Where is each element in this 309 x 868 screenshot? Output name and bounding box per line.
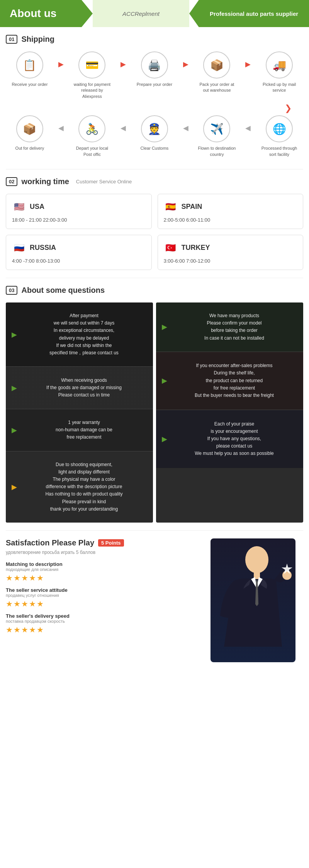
step-pack-icon: 📦: [203, 51, 230, 79]
arrow1: ▶: [58, 60, 64, 68]
q-text-l4: Due to shooting equipment,light and disp…: [21, 461, 147, 513]
spain-label: SPAIN: [182, 203, 202, 211]
q-arrow-l1: ▶: [12, 330, 17, 339]
step-pickup-icon: 🚚: [266, 51, 293, 79]
step-sort-icon: 🌐: [266, 115, 293, 142]
arrow-r4: ◀: [245, 124, 251, 132]
step-sort: 🌐 Processed through sort facility: [260, 115, 299, 157]
q-text-l2: When receiving goodsIf the goods are dam…: [21, 377, 147, 399]
russia-label: RUSSIA: [30, 244, 56, 252]
step-flown: ✈️ Flown to destination country: [197, 115, 236, 157]
step-flown-icon: ✈️: [203, 115, 230, 142]
step-out-label: Out for delivery: [15, 145, 44, 151]
step-prepare-label: Prepare your order: [137, 82, 172, 87]
step-depart-label: Depart your local Post offic: [73, 145, 111, 157]
questions-grid: ▶ After paymentwe will send out within 7…: [6, 302, 303, 523]
country-card-russia: 🇷🇺 RUSSIA 4:00 -7:00 8:00-13:00: [6, 235, 152, 270]
satisfaction-title-text: Satisfaction Please Play: [6, 538, 94, 547]
tagline-text: Professional auto parts supplier: [200, 10, 298, 17]
q-left-1: ▶ After paymentwe will send out within 7…: [6, 302, 153, 367]
russia-name: 🇷🇺 RUSSIA: [12, 241, 146, 255]
step-prepare-icon: 🖨️: [141, 51, 168, 79]
country-card-turkey: 🇹🇷 TURKEY 3:00-6:00 7:00-12:00: [158, 235, 304, 270]
chevron-down: ❯: [6, 103, 303, 113]
country-card-usa: 🇺🇸 USA 18:00 - 21:00 22:00-3:00: [6, 194, 152, 229]
working-time-title-row: 02 working time Customer Service Online: [6, 177, 303, 186]
arrow3: ▶: [183, 60, 188, 68]
questions-section: 03 About some questions ▶ After paymentw…: [0, 278, 309, 530]
q-left-3: ▶ 1 year warrantynon-human damage can be…: [6, 409, 153, 451]
shipping-title-row: 01 Shipping: [6, 35, 303, 44]
turkey-hours: 3:00-6:00 7:00-12:00: [164, 258, 297, 264]
russia-flag: 🇷🇺: [12, 241, 26, 255]
q-text-r1: We have many productsPlease confirm your…: [171, 312, 297, 342]
arrow-r3: ◀: [183, 124, 188, 132]
step-sort-label: Processed through sort facility: [260, 145, 299, 157]
questions-title-row: 03 About some questions: [6, 286, 303, 295]
wt-label: working time: [21, 177, 69, 186]
q-right-1: ▶ We have many productsPlease confirm yo…: [156, 302, 303, 352]
step-pickup-label: Picked up by mail service: [260, 82, 299, 94]
header: About us ACCReplment Professional auto p…: [0, 0, 309, 27]
q-arrow-r3: ▶: [162, 435, 167, 443]
spain-hours: 2:00-5:00 6:00-11:00: [164, 217, 297, 223]
working-time-section: 02 working time Customer Service Online …: [0, 169, 309, 278]
shipping-row1: 📋 Receive your order ▶ 💳 waiting for pay…: [6, 51, 303, 99]
step-prepare: 🖨️ Prepare your order: [135, 51, 174, 87]
rating-service-label: The seller service attitude: [6, 587, 199, 593]
rating-delivery: The seller's delivery speed поставка про…: [6, 613, 199, 634]
q-arrow-r2: ▶: [162, 376, 167, 385]
svg-point-2: [282, 571, 292, 580]
rating-delivery-sublabel: поставка продавцом скорость: [6, 619, 199, 624]
shipping-num: 01: [6, 35, 17, 44]
step-receive: 📋 Receive your order: [10, 51, 49, 87]
q-text-r3: Each of your praiseis your encouragement…: [171, 420, 297, 458]
q-text-l1: After paymentwe will send out within 7 d…: [21, 312, 147, 357]
svg-point-0: [245, 546, 268, 573]
wt-num: 02: [6, 177, 17, 186]
step-payment: 💳 waiting for payment released by Aliexp…: [73, 51, 111, 99]
rating-service: The seller service attitude продавец усл…: [6, 587, 199, 608]
turkey-flag: 🇹🇷: [164, 241, 178, 255]
step-customs-icon: 👮: [141, 115, 168, 142]
rating-delivery-label: The seller's delivery speed: [6, 613, 199, 619]
country-card-spain: 🇪🇸 SPAIN 2:00-5:00 6:00-11:00: [158, 194, 304, 229]
q-right-3: ▶ Each of your praiseis your encourageme…: [156, 410, 303, 468]
q-left-4: ▶ Due to shooting equipment,light and di…: [6, 451, 153, 523]
q-arrow-l2: ▶: [12, 384, 17, 392]
step-payment-icon: 💳: [78, 51, 105, 79]
step-payment-label: waiting for payment released by Aliexpre…: [73, 82, 111, 99]
turkey-name: 🇹🇷 TURKEY: [164, 241, 297, 255]
russia-hours: 4:00 -7:00 8:00-13:00: [12, 258, 146, 264]
rating-delivery-stars: ★★★★★: [6, 625, 199, 634]
spain-name: 🇪🇸 SPAIN: [164, 200, 297, 214]
satisfaction-left: Satisfaction Please Play 5 Points удовле…: [6, 538, 199, 662]
usa-name: 🇺🇸 USA: [12, 200, 146, 214]
step-pack: 📦 Pack your order at out warehouse: [197, 51, 236, 94]
usa-hours: 18:00 - 21:00 22:00-3:00: [12, 217, 146, 223]
step-out-delivery: 📦 Out for delivery: [10, 115, 49, 151]
q-arrow-l4: ▶: [12, 483, 17, 491]
header-brand: ACCReplment: [93, 0, 189, 27]
q-text-l3: 1 year warrantynon-human damage can befr…: [21, 419, 147, 441]
q-label: About some questions: [21, 286, 105, 295]
step-receive-label: Receive your order: [12, 82, 48, 87]
rating-service-stars: ★★★★★: [6, 599, 199, 608]
satisfaction-sub: удовлетворение просьба играть 5 баллов: [6, 550, 199, 555]
q-right-2: ▶ If you encounter after-sales problemsD…: [156, 352, 303, 410]
person-figure: [211, 538, 295, 662]
rating-service-sublabel: продавец услуг отношения: [6, 593, 199, 598]
rating-desc-sublabel: подходящие для описания: [6, 567, 199, 572]
header-tagline: Professional auto parts supplier: [189, 0, 309, 27]
arrow4: ▶: [245, 60, 251, 68]
step-depart: 🚴 Depart your local Post offic: [73, 115, 111, 157]
usa-label: USA: [30, 203, 44, 211]
questions-right: ▶ We have many productsPlease confirm yo…: [156, 302, 303, 523]
q-arrow-l3: ▶: [12, 426, 17, 434]
satisfaction-right: [203, 538, 303, 662]
q-left-2: ▶ When receiving goodsIf the goods are d…: [6, 367, 153, 409]
rating-description: Matching to description подходящие для о…: [6, 561, 199, 583]
wt-subtitle: Customer Service Online: [76, 179, 132, 185]
step-pickup: 🚚 Picked up by mail service: [260, 51, 299, 94]
rating-desc-stars: ★★★★★: [6, 573, 199, 583]
